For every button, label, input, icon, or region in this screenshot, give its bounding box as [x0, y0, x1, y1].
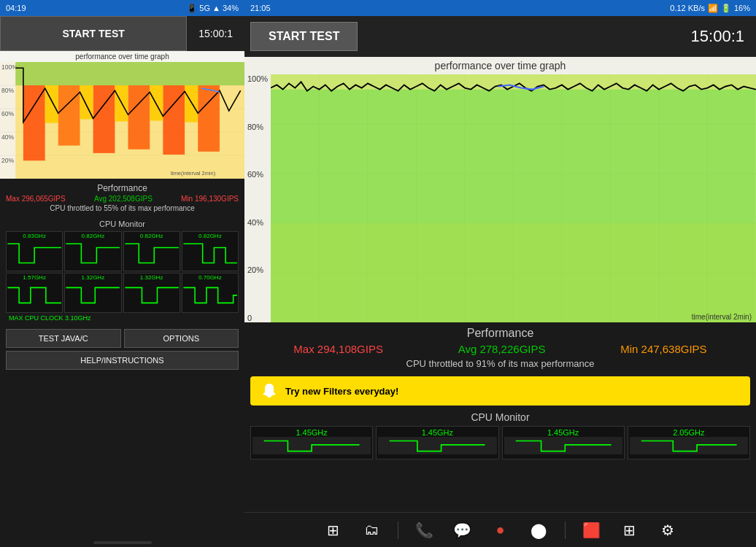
right-performance-section: Performance Max 294,108GIPS Avg 278,226G…	[244, 322, 756, 373]
cpu-cell-5: 1.32GHz	[64, 273, 121, 313]
cpu-mini-graph-7	[182, 282, 238, 312]
svg-text:20%: 20%	[1, 157, 15, 164]
svg-rect-28	[7, 282, 61, 312]
help-instructions-button[interactable]: HELP/INSTRUCTIONS	[6, 351, 239, 370]
svg-rect-31	[183, 282, 237, 312]
right-graph-main: time(interval 2min)	[271, 74, 756, 322]
svg-rect-17	[198, 85, 220, 152]
right-perf-min: Min 247,638GIPS	[620, 343, 706, 355]
svg-rect-11	[15, 62, 244, 85]
right-cpu-graph-2	[504, 437, 622, 454]
left-bottom-indicator	[93, 541, 152, 544]
left-time: 04:19	[6, 4, 26, 12]
svg-text:60%: 60%	[1, 110, 15, 117]
right-cpu-monitor-title: CPU Monitor	[250, 411, 750, 423]
nav-phone-icon[interactable]: 📞	[413, 519, 436, 542]
right-cpu-cell-0: 1.45GHz	[250, 426, 373, 459]
right-graph-svg	[271, 74, 756, 322]
cpu-freq-0: 0.83GHz	[7, 232, 62, 240]
svg-text:40%: 40%	[1, 133, 15, 141]
svg-rect-27	[183, 240, 237, 271]
right-cpu-grid: 1.45GHz 1.45GHz 1.45GHz	[250, 426, 750, 459]
left-bottom-buttons: TEST JAVA/C OPTIONS	[0, 326, 244, 351]
nav-apps-icon[interactable]: ⊞	[618, 519, 641, 542]
svg-rect-12	[23, 85, 45, 160]
right-perf-avg: Avg 278,226GIPS	[458, 343, 546, 355]
right-start-button[interactable]: START TEST	[250, 22, 358, 51]
left-perf-min: Min 196,130GIPS	[181, 195, 239, 203]
right-battery-icon: 🔋	[721, 4, 731, 13]
svg-text:time(interval 2min): time(interval 2min)	[171, 170, 215, 176]
right-perf-max: Max 294,108GIPS	[293, 343, 383, 355]
right-cpu-cell-3: 2.05GHz	[628, 426, 750, 459]
svg-rect-29	[66, 282, 120, 312]
cpu-cell-1: 0.82GHz	[64, 231, 121, 271]
cpu-mini-graph-4	[7, 282, 62, 312]
left-perf-row: Max 296,065GIPS Avg 202,508GIPS Min 196,…	[6, 195, 239, 203]
right-timer: 15:00:1	[691, 27, 744, 46]
cpu-mini-graph-2	[124, 240, 180, 271]
svg-rect-13	[58, 85, 80, 146]
left-status-icons: 📱 5G ▲ 34%	[187, 4, 239, 13]
left-graph-title: performance over time graph	[0, 51, 244, 62]
nav-settings-icon[interactable]: ⚙	[656, 519, 679, 542]
cpu-cell-2: 0.82GHz	[123, 231, 180, 271]
right-cpu-graph-1	[378, 437, 496, 454]
right-status-bar: 21:05 0.12 KB/s 📶 🔋 16%	[244, 0, 756, 16]
left-graph-container: performance over time graph 100% 80% 60%…	[0, 51, 244, 179]
ad-banner[interactable]: Try new Filters everyday!	[250, 376, 750, 406]
snapchat-icon	[259, 381, 279, 401]
bottom-nav: ⊞ 🗂 📞 💬 ● ⬤ 🟥 ⊞ ⚙	[244, 512, 756, 547]
cpu-freq-5: 1.32GHz	[65, 274, 120, 282]
right-time-label: time(interval 2min)	[692, 313, 752, 321]
cpu-freq-3: 0.82GHz	[182, 232, 238, 240]
left-timer: 15:00:1	[187, 28, 244, 39]
right-cpu-cell-1: 1.45GHz	[376, 426, 498, 459]
left-graph-canvas: 100% 80% 60% 40% 20%	[0, 62, 244, 179]
left-cpu-monitor-title: CPU Monitor	[6, 220, 239, 228]
svg-rect-30	[125, 282, 179, 312]
cpu-cell-7: 0.70GHz	[182, 273, 239, 313]
test-java-button[interactable]: TEST JAVA/C	[6, 329, 121, 348]
left-top-bar: START TEST 15:00:1	[0, 16, 244, 51]
left-perf-title: Performance	[6, 183, 239, 193]
nav-divider-2	[565, 521, 566, 539]
nav-chat-icon[interactable]: 💬	[451, 519, 474, 542]
left-throttle: CPU throttled to 55% of its max performa…	[6, 204, 239, 212]
left-start-button[interactable]: START TEST	[0, 16, 187, 51]
cpu-cell-4: 1.57GHz	[6, 273, 63, 313]
right-cpu-section: CPU Monitor 1.45GHz 1.45GHz 1.45GHz	[244, 408, 756, 462]
cpu-mini-graph-3	[182, 240, 238, 271]
y-label-100: 100%	[247, 74, 268, 83]
right-cpu-freq-2: 1.45GHz	[504, 428, 622, 437]
svg-rect-26	[125, 240, 179, 271]
cpu-mini-graph-1	[65, 240, 120, 271]
nav-red-icon[interactable]: 🟥	[580, 519, 603, 542]
left-panel: 04:19 📱 5G ▲ 34% START TEST 15:00:1 perf…	[0, 0, 244, 547]
right-graph-area: 100% 80% 60% 40% 20% 0	[244, 74, 756, 322]
cpu-freq-2: 0.82GHz	[124, 232, 180, 240]
cpu-freq-1: 0.82GHz	[65, 232, 120, 240]
cpu-freq-7: 0.70GHz	[182, 274, 238, 282]
y-label-20: 20%	[247, 265, 268, 274]
svg-rect-49	[271, 223, 756, 322]
right-throttle: CPU throttled to 91% of its max performa…	[256, 358, 744, 369]
cpu-mini-graph-5	[65, 282, 120, 312]
left-perf-max: Max 296,065GIPS	[6, 195, 66, 203]
nav-files-icon[interactable]: 🗂	[360, 519, 383, 542]
right-y-axis: 100% 80% 60% 40% 20% 0	[244, 74, 271, 322]
cpu-mini-graph-6	[124, 282, 180, 312]
nav-circle-icon[interactable]: ⬤	[527, 519, 550, 542]
svg-text:100%: 100%	[1, 63, 18, 71]
right-status-icons: 0.12 KB/s 📶 🔋 16%	[670, 4, 750, 13]
right-battery-pct: 16%	[734, 4, 750, 12]
right-cpu-graph-0	[252, 437, 371, 454]
nav-grid-icon[interactable]: ⊞	[322, 519, 345, 542]
left-performance-section: Performance Max 296,065GIPS Avg 202,508G…	[0, 179, 244, 217]
right-time: 21:05	[250, 4, 271, 12]
right-wifi-icon: 📶	[708, 4, 718, 13]
right-network-speed: 0.12 KB/s	[670, 4, 705, 12]
nav-chrome-icon[interactable]: ●	[489, 519, 512, 542]
options-button[interactable]: OPTIONS	[124, 329, 239, 348]
left-graph-svg: 100% 80% 60% 40% 20%	[0, 62, 244, 179]
